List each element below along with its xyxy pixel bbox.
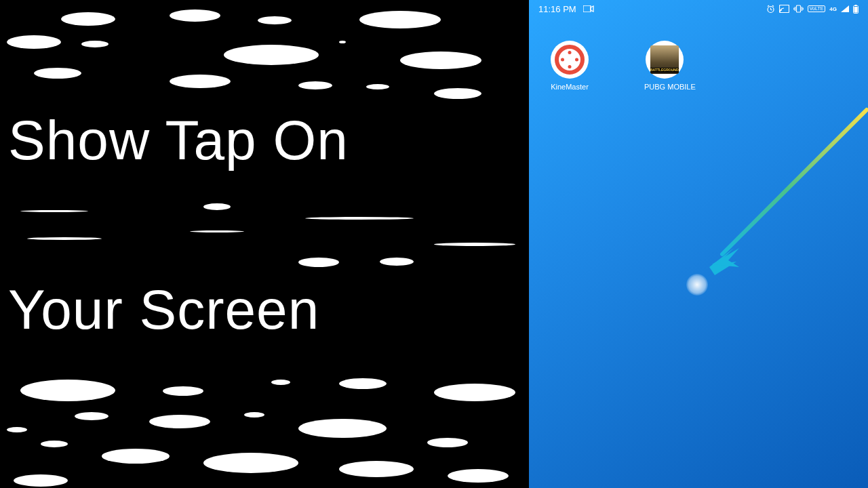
decorative-ellipse (448, 469, 509, 483)
svg-rect-0 (583, 5, 591, 12)
decorative-ellipse (75, 412, 108, 420)
decorative-ellipse (244, 412, 264, 418)
app-icon-pubg[interactable]: BATTLEGROUNDS PUBG MOBILE (644, 41, 685, 91)
app-icon-kinemaster[interactable]: KineMaster (549, 41, 590, 91)
decorative-ellipse (203, 453, 298, 473)
pointer-arrow (698, 102, 868, 278)
decorative-ellipse (366, 84, 389, 89)
decorative-ellipse (14, 474, 68, 487)
decorative-ellipse (61, 12, 115, 26)
tap-indicator-dot (686, 274, 708, 296)
svg-rect-2 (779, 5, 789, 13)
decorative-ellipse (271, 380, 290, 385)
decorative-ellipse (427, 438, 468, 447)
network-icon: 4G (829, 6, 837, 12)
decorative-ellipse (359, 11, 441, 28)
decorative-ellipse (224, 45, 319, 65)
decorative-ellipse (7, 427, 27, 432)
decorative-ellipse (434, 384, 515, 401)
decorative-ellipse (27, 237, 102, 240)
svg-line-7 (722, 110, 867, 254)
decorative-ellipse (380, 258, 414, 266)
battery-icon (853, 5, 859, 14)
title-line-2: Your Screen (8, 278, 319, 342)
decorative-ellipse (7, 35, 61, 49)
cast-icon (779, 5, 789, 13)
pubg-icon: BATTLEGROUNDS (646, 41, 684, 79)
decorative-ellipse (20, 210, 88, 212)
phone-screen[interactable]: 11:16 PM VoLTE 4G (529, 0, 868, 488)
signal-icon (841, 5, 849, 12)
vibrate-icon (793, 5, 804, 13)
svg-rect-3 (796, 5, 800, 12)
decorative-ellipse (258, 16, 292, 24)
decorative-ellipse (102, 449, 170, 464)
status-bar: 11:16 PM VoLTE 4G (529, 0, 868, 18)
decorative-ellipse (20, 380, 115, 401)
app-label: KineMaster (549, 83, 590, 91)
decorative-ellipse (298, 419, 387, 438)
decorative-ellipse (434, 88, 481, 99)
thumbnail-left-panel: Show Tap On Your Screen (0, 0, 529, 488)
decorative-ellipse (339, 461, 414, 477)
kinemaster-icon (551, 41, 589, 79)
status-time: 11:16 PM (538, 4, 576, 14)
decorative-ellipse (81, 41, 108, 47)
decorative-ellipse (170, 75, 231, 88)
camcorder-icon (583, 4, 594, 14)
decorative-ellipse (298, 81, 332, 89)
decorative-ellipse (149, 415, 210, 428)
decorative-ellipse (163, 386, 203, 396)
decorative-ellipse (400, 52, 481, 69)
decorative-ellipse (305, 217, 414, 220)
title-line-1: Show Tap On (8, 108, 349, 172)
svg-rect-5 (855, 5, 857, 6)
svg-rect-6 (854, 7, 858, 13)
volte-icon: VoLTE (808, 5, 826, 12)
decorative-ellipse (339, 378, 387, 389)
decorative-ellipse (434, 243, 515, 246)
decorative-ellipse (298, 258, 339, 267)
decorative-ellipse (34, 68, 81, 79)
app-label: PUBG MOBILE (644, 83, 685, 91)
decorative-ellipse (203, 203, 231, 210)
decorative-ellipse (170, 9, 220, 22)
alarm-icon (766, 5, 775, 14)
decorative-ellipse (339, 41, 346, 43)
decorative-ellipse (190, 230, 244, 232)
decorative-ellipse (41, 441, 68, 447)
